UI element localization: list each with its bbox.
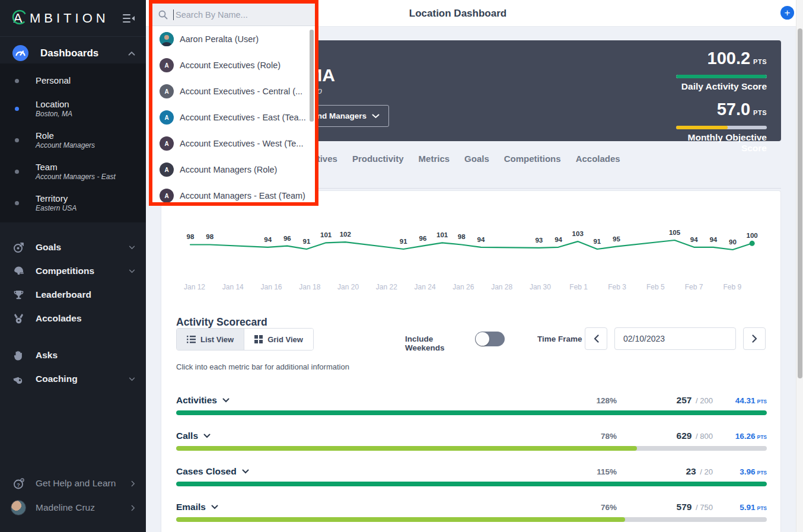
sidebar: A MBITION Dashboards Personal: [0, 0, 146, 532]
metric-label[interactable]: Activities: [176, 395, 217, 406]
dashboard-item-sublabel: Account Managers - East: [36, 173, 116, 181]
search-result-item[interactable]: A Account Managers - East (Team): [152, 183, 315, 202]
sidebar-item-dashboards[interactable]: Dashboards: [0, 43, 146, 63]
tab-goals[interactable]: Goals: [464, 154, 489, 188]
coaching-label: Coaching: [36, 374, 78, 384]
sidebar-dashboard-item-location[interactable]: Location Boston, MA: [0, 93, 146, 125]
metric-percent: 78%: [569, 432, 617, 441]
time-frame-label: Time Frame: [537, 335, 582, 343]
x-axis-tick: Feb 7: [685, 283, 703, 291]
x-axis-tick: Jan 14: [222, 283, 244, 291]
search-result-item[interactable]: A Account Executives - West (Te...: [152, 130, 315, 157]
sidebar-item-get-help[interactable]: ?1 Get Help and Learn: [0, 472, 146, 495]
chevron-right-icon: [131, 480, 135, 487]
data-point-label: 103: [572, 230, 584, 237]
list-view-button[interactable]: List View: [177, 329, 244, 350]
metric-label[interactable]: Cases Closed: [176, 466, 237, 477]
search-result-item[interactable]: A Account Managers (Role): [152, 157, 315, 183]
chevron-down-icon[interactable]: [203, 434, 211, 438]
sidebar-item-profile[interactable]: Madeline Cruz: [0, 496, 146, 520]
page-scrollbar[interactable]: [796, 0, 803, 532]
metric-list: Activities 128% 257 / 200 44.31PTS Calls…: [176, 391, 767, 532]
result-label: Account Executives - Central (...: [180, 87, 302, 96]
scrollbar-thumb[interactable]: [798, 28, 802, 378]
metric-bar-track[interactable]: [176, 410, 767, 415]
chevron-left-icon: [594, 335, 599, 343]
bullet-icon: [15, 138, 19, 142]
scorecard-title: Activity Scorecard: [176, 316, 267, 329]
chevron-down-icon[interactable]: [242, 469, 249, 474]
metric-bar-track[interactable]: [176, 446, 767, 451]
add-button[interactable]: +: [780, 6, 794, 20]
search-result-item[interactable]: A Account Executives - East (Tea...: [152, 104, 315, 130]
sidebar-item-leaderboard[interactable]: Leaderboard: [0, 283, 146, 307]
sidebar-dashboard-item-personal[interactable]: Personal: [0, 69, 146, 93]
ambition-logo: A MBITION: [11, 9, 109, 27]
search-dropdown: Aaron Peralta (User) A Account Executive…: [149, 0, 318, 206]
competitions-label: Competitions: [36, 266, 94, 276]
metric-bar-fill: [176, 482, 767, 486]
metric-value: 579: [677, 502, 692, 512]
dashboard-item-sublabel: Eastern USA: [36, 204, 77, 213]
search-result-item[interactable]: Aaron Peralta (User): [152, 26, 315, 52]
search-result-item[interactable]: A Account Executives (Role): [152, 52, 315, 78]
sidebar-item-goals[interactable]: Goals: [0, 235, 146, 259]
x-axis-tick: Feb 3: [608, 283, 626, 291]
metric-row-emails: Emails 76% 579 / 750 5.91PTS: [176, 498, 767, 532]
tab-metrics[interactable]: Metrics: [419, 154, 450, 188]
bullet-icon: [15, 201, 19, 205]
search-input[interactable]: [174, 9, 293, 20]
chevron-up-icon: [128, 51, 135, 56]
metric-label[interactable]: Calls: [176, 431, 198, 441]
date-input[interactable]: [614, 327, 736, 350]
sidebar-collapse-icon[interactable]: [122, 14, 135, 23]
previous-day-button[interactable]: [585, 327, 607, 350]
plus-icon: +: [785, 7, 791, 18]
tab-competitions[interactable]: Competitions: [504, 154, 561, 188]
x-axis-tick: Feb 5: [646, 283, 665, 291]
metric-percent: 76%: [569, 503, 617, 512]
data-point-label: 98: [187, 233, 195, 240]
grid-view-button[interactable]: Grid View: [244, 329, 313, 350]
dropdown-scrollbar[interactable]: [310, 30, 314, 122]
x-axis-tick: Feb 9: [723, 283, 741, 291]
include-weekends-toggle[interactable]: [475, 332, 505, 346]
tab-accolades[interactable]: Accolades: [576, 154, 620, 188]
metric-bar-fill: [176, 446, 637, 451]
x-axis-tick: Jan 16: [261, 283, 282, 291]
current-day-dot: [750, 241, 755, 246]
accolades-medal-icon: [13, 313, 24, 324]
chevron-down-icon[interactable]: [222, 398, 230, 403]
metric-label[interactable]: Emails: [176, 502, 206, 512]
data-point-label: 101: [436, 231, 448, 238]
daily-score-line-chart[interactable]: 9898949691101102919610198949394103919510…: [161, 191, 782, 298]
sidebar-dashboard-item-role[interactable]: Role Account Managers: [0, 125, 146, 156]
data-point-label: 94: [264, 236, 272, 243]
asks-label: Asks: [36, 350, 58, 361]
search-results: Aaron Peralta (User) A Account Executive…: [152, 26, 315, 202]
sidebar-dashboard-item-team[interactable]: Team Account Managers - East: [0, 156, 146, 187]
next-day-button[interactable]: [743, 327, 766, 350]
sidebar-item-competitions[interactable]: Competitions: [0, 259, 146, 283]
chevron-down-icon: [129, 246, 135, 250]
search-result-item[interactable]: A Account Executives - Central (...: [152, 78, 315, 104]
asks-hand-icon: [13, 350, 24, 361]
sidebar-dashboard-item-territory[interactable]: Territory Eastern USA: [0, 187, 146, 219]
x-axis-tick: Jan 18: [299, 283, 320, 291]
x-axis-tick: Jan 28: [491, 283, 512, 291]
sidebar-item-asks[interactable]: Asks: [0, 343, 146, 367]
result-label: Account Executives (Role): [180, 60, 281, 70]
data-point-label: 94: [709, 236, 717, 243]
sidebar-item-coaching[interactable]: Coaching: [0, 367, 146, 391]
metric-points: 5.91: [740, 503, 755, 512]
search-bar: [152, 4, 315, 26]
daily-score-label: Daily Activity Score: [676, 81, 767, 92]
tab-productivity[interactable]: Productivity: [352, 154, 404, 188]
list-icon: [187, 336, 196, 343]
sidebar-item-accolades[interactable]: Accolades: [0, 307, 146, 330]
metric-bar-track[interactable]: [176, 517, 767, 522]
result-avatar: A: [160, 136, 174, 151]
metric-bar-track[interactable]: [176, 482, 767, 486]
chevron-down-icon[interactable]: [211, 505, 218, 509]
metric-target: / 750: [693, 503, 713, 512]
